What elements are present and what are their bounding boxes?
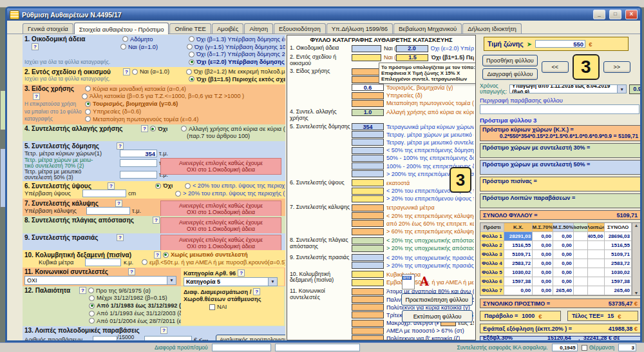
table-row[interactable]: Φύλλο 35109,710,000,005109,71 <box>480 250 632 259</box>
column-header[interactable]: Μ.Σ.70% <box>533 223 553 231</box>
table-row[interactable]: Φύλλο 128291,030,000,00405,0028696,03 <box>480 232 632 241</box>
sheet-name-cell[interactable]: Φύλλο 1 <box>480 232 504 240</box>
radio-option[interactable]: Όχι <box>150 126 181 132</box>
title-bar[interactable]: Ρύθμιση Αυθαιρέτων Ν.4495/17 _ □ X <box>7 8 640 21</box>
add-sheet-button[interactable]: Προσθήκη φύλλου <box>482 55 538 66</box>
radio-option[interactable]: Κύρια και μοναδική κατοικία (α=0,4) <box>85 86 186 92</box>
text-input[interactable] <box>86 207 130 215</box>
text-input[interactable]: 354 <box>120 150 157 157</box>
radio-option[interactable]: > 20% του επιτρ. ύψους της περιοχής (β=1… <box>175 190 285 197</box>
tab-3[interactable]: Online TEE <box>169 23 211 34</box>
table-row[interactable]: Φύλλο 61597,380,000,001597,38 <box>480 277 632 286</box>
sheet-name-cell[interactable]: Φύλλο 5 <box>480 268 504 277</box>
radio-option[interactable]: Χωρίς μειωτικό συντελεστή <box>163 251 248 258</box>
radio-option[interactable]: Από 01/1/2004 έως 28/7/2011 (ε=1.0) <box>89 318 195 324</box>
radio-option[interactable]: Προ της 9/6/1975 (α) <box>88 288 151 294</box>
radio-option[interactable]: Υπηρεσίες (δ=0.6) <box>85 108 141 115</box>
help-icon[interactable]: ? <box>32 43 39 50</box>
scroll-up-icon[interactable]: ▲ <box>634 223 639 228</box>
heating-checkbox[interactable]: Θέρμανση <box>582 344 614 351</box>
sheet-name-cell[interactable]: Φύλλο 3 <box>480 250 504 259</box>
radio-option[interactable]: εμβ.<50τ.μ. ή για ΑΜΕΑ ή με πυροσβ.κρουν… <box>142 259 285 266</box>
text-input[interactable] <box>120 159 157 167</box>
table-row[interactable]: Φύλλο 42583,720,000,002583,72 <box>480 259 632 268</box>
help-icon[interactable]: ? <box>160 327 167 334</box>
help-icon[interactable]: ? <box>108 182 115 190</box>
radio-option[interactable]: Άλλη κατοικία (β=0.5 για T.Z.<=1000, β=0… <box>82 93 244 99</box>
dropdown-select[interactable]: ΟΧΙ▼ <box>24 276 176 285</box>
radio-option[interactable]: Μεταποίηση πρωτογενούς τομέα (ε=0.4) <box>85 116 198 122</box>
help-icon[interactable]: ? <box>154 251 161 259</box>
sheet-name-cell[interactable]: Φύλλο 4 <box>480 259 504 268</box>
next-sheet-button[interactable]: >> <box>603 61 630 73</box>
help-icon[interactable]: ? <box>128 268 135 275</box>
budget-diff-input[interactable] <box>212 344 271 351</box>
text-input[interactable] <box>120 171 157 179</box>
sheet-name-cell[interactable]: Φύλλο 7 <box>480 286 504 295</box>
tab-5[interactable]: Αίτηση <box>244 23 273 34</box>
help-icon[interactable]: ? <box>79 287 86 294</box>
column-header[interactable]: ΣΥΝΟΛΟ <box>605 223 632 231</box>
help-icon[interactable]: ? <box>153 217 160 224</box>
text-input[interactable] <box>144 336 192 342</box>
minimize-button[interactable]: _ <box>593 10 605 19</box>
button[interactable]: Αναλυτικός προϋπολογισμός <box>216 335 285 342</box>
radio-option[interactable]: Ναι (α=1.0) <box>120 44 187 50</box>
radio-option[interactable]: Όχι (ε=2.0) Υπέρβαση δόμησης > 500 τ.μ. <box>189 59 285 65</box>
column-header[interactable]: Κ.Χ. <box>504 223 533 231</box>
radio-option[interactable]: Μέχρι 31/12/1982 (β=0.15) <box>89 295 167 301</box>
table-row[interactable]: Φύλλο 51030,020,000,001030,02 <box>480 268 632 277</box>
pdf-icon[interactable]: A <box>420 275 434 289</box>
prev-sheet-button[interactable]: << <box>542 61 569 73</box>
close-button[interactable]: X <box>625 10 638 19</box>
help-icon[interactable]: ? <box>238 269 245 277</box>
column-header[interactable]: Μ.Σ.50% <box>553 223 574 231</box>
table-row[interactable]: Φύλλο 70,000,00265,40265,40 <box>480 286 632 295</box>
rtf-icon[interactable] <box>402 274 415 289</box>
tab-1[interactable]: Γενικά στοιχεία <box>23 23 73 34</box>
checkbox-option[interactable]: ΝΑΙ <box>209 304 227 310</box>
tab-9[interactable]: Δήλωση Ιδιοκτήτη <box>462 23 522 34</box>
help-icon[interactable]: ? <box>253 288 260 295</box>
sheet-name-cell[interactable]: Φύλλο 2 <box>480 241 504 249</box>
text-input[interactable] <box>82 190 126 197</box>
radio-option[interactable]: < 20% του επιτρ. ύψους της περιοχής(α=1.… <box>185 182 285 189</box>
sheet-name-cell[interactable]: Φύλλο 6 <box>480 277 504 286</box>
inclusion-time-select[interactable]: Υπαγωγή από 1.11.2018 έως 8.04.2019 (β=0… <box>509 84 627 93</box>
scroll-down-icon[interactable]: ▼ <box>634 291 639 295</box>
radio-option[interactable]: Όχι <box>155 182 185 189</box>
tab-4[interactable]: Αμοιβές <box>212 23 243 34</box>
help-icon[interactable]: ? <box>117 234 124 241</box>
column-header[interactable]: Λοιπών <box>588 223 605 231</box>
table-row[interactable]: Φύλλο 21516,550,000,001516,55 <box>480 241 632 250</box>
radio-option[interactable]: Τουρισμός, βιομηχανία (γ=0.6) <box>85 101 178 107</box>
radio-option[interactable]: Όχι (β1=1.5) Περιοχές εκτός σχεδίου. <box>189 76 285 83</box>
help-icon[interactable]: ? <box>33 93 40 100</box>
help-icon[interactable]: ? <box>115 200 122 207</box>
tab-2[interactable]: Στοιχεία αυθαιρέτου - Πρόστιμο <box>74 23 169 34</box>
dropdown-select[interactable]: Κατηγορία 5▼ <box>184 277 278 286</box>
radio-option[interactable]: Όχι (β2=1.2) Με εκκρεμή πολεοδ.μελέτη. <box>186 68 285 75</box>
radio-option[interactable]: Ναι (α=1.0) <box>132 68 186 75</box>
column-header[interactable]: Πισίνας <box>574 223 588 231</box>
radio-option[interactable]: Όχι (β=1.3) Υπέρβαση δόμησης έως 100 τ.μ… <box>189 36 285 43</box>
help-icon[interactable]: ? <box>123 68 130 75</box>
delete-sheet-button[interactable]: Διαγραφή φύλλου <box>482 68 538 80</box>
violation-desc-input[interactable] <box>480 104 639 114</box>
table-scrollbar[interactable]: ▲ ▼ <box>632 223 640 295</box>
tab-7[interactable]: Υπ.Δήλωση 1599/86 <box>327 23 393 34</box>
maximize-button[interactable]: □ <box>609 10 621 19</box>
text-input[interactable] <box>93 336 117 342</box>
help-icon[interactable]: ? <box>117 142 124 150</box>
radio-option[interactable]: Αδόμητο <box>122 36 189 43</box>
radio-option[interactable]: Αλλαγή χρήσης από κύρια σε κύρια (α=1.4) <box>181 126 285 132</box>
column-header[interactable]: Πρόστι <box>480 223 504 231</box>
radio-option[interactable]: Όχι (γ=1.5) Υπέρβαση δόμησης 100-200 τ.μ… <box>187 44 285 50</box>
tab-6[interactable]: Εξουσιοδότηση <box>274 23 326 34</box>
preview-sheet-button[interactable]: Προεπισκόπηση φύλλου <box>401 293 473 306</box>
help-icon[interactable]: ? <box>141 125 148 132</box>
radio-option[interactable]: Όχι (δ=1.7) Υπέρβαση δόμησης 200-500 τ.μ… <box>189 51 285 57</box>
print-sheet-button[interactable]: Εκτύπωση φύλλου <box>402 310 473 322</box>
zone-price-input[interactable]: 550 <box>535 40 585 48</box>
text-input[interactable] <box>85 259 121 266</box>
